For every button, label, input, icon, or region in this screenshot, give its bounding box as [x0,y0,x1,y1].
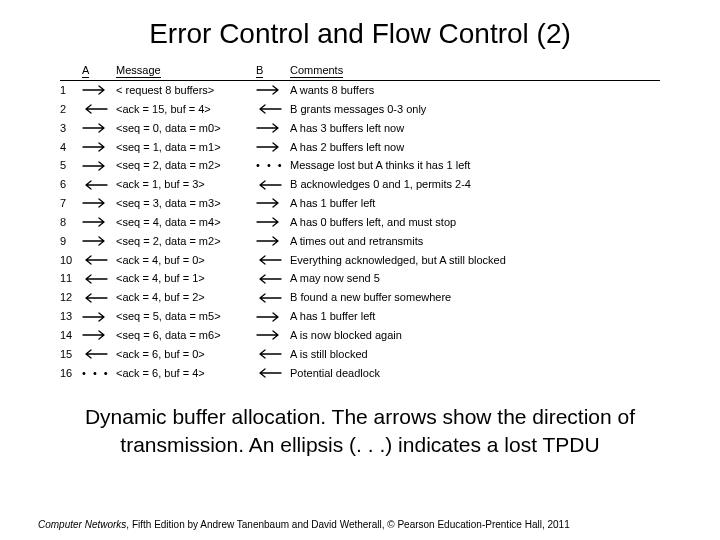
message-cell: <ack = 15, buf = 4> [116,100,256,119]
table-row: 16• • •<ack = 6, buf = 4>Potential deadl… [60,364,660,383]
message-cell: <seq = 5, data = m5> [116,307,256,326]
b-direction [256,213,290,232]
message-cell: <seq = 6, data = m6> [116,326,256,345]
arrow-right-icon [82,312,108,322]
comment-cell: Everything acknowledged, but A still blo… [290,251,660,270]
row-number: 9 [60,232,82,251]
a-direction [82,269,116,288]
arrow-left-icon [256,274,282,284]
table-row: 4<seq = 1, data = m1>A has 2 buffers lef… [60,138,660,157]
arrow-right-icon [82,330,108,340]
arrow-right-icon [256,236,282,246]
b-direction [256,269,290,288]
arrow-left-icon [82,180,108,190]
table-row: 7<seq = 3, data = m3>A has 1 buffer left [60,194,660,213]
col-comments: Comments [290,62,660,81]
arrow-right-icon [82,198,108,208]
message-cell: <ack = 1, buf = 3> [116,175,256,194]
footer-rest: , Fifth Edition by Andrew Tanenbaum and … [126,519,569,530]
b-direction [256,251,290,270]
message-cell: <seq = 0, data = m0> [116,119,256,138]
message-cell: <seq = 4, data = m4> [116,213,256,232]
a-direction [82,251,116,270]
arrow-right-icon [256,217,282,227]
a-direction [82,175,116,194]
figure-caption: Dynamic buffer allocation. The arrows sh… [0,383,720,460]
arrow-right-icon [256,123,282,133]
comment-cell: A has 2 buffers left now [290,138,660,157]
b-direction [256,326,290,345]
arrow-left-icon [256,104,282,114]
a-direction [82,194,116,213]
arrow-left-icon [256,349,282,359]
message-cell: <ack = 6, buf = 4> [116,364,256,383]
comment-cell: B found a new buffer somewhere [290,288,660,307]
a-direction [82,119,116,138]
a-direction [82,345,116,364]
table-row: 8<seq = 4, data = m4>A has 0 buffers lef… [60,213,660,232]
table-row: 5<seq = 2, data = m2>• • •Message lost b… [60,156,660,175]
arrow-right-icon [82,123,108,133]
b-direction [256,175,290,194]
sequence-table: A Message B Comments 1< request 8 buffer… [60,62,660,383]
message-cell: <ack = 6, buf = 0> [116,345,256,364]
row-number: 4 [60,138,82,157]
comment-cell: B grants messages 0-3 only [290,100,660,119]
table-row: 14<seq = 6, data = m6>A is now blocked a… [60,326,660,345]
table-row: 12<ack = 4, buf = 2>B found a new buffer… [60,288,660,307]
table-row: 2<ack = 15, buf = 4>B grants messages 0-… [60,100,660,119]
comment-cell: A has 1 buffer left [290,307,660,326]
a-direction [82,100,116,119]
arrow-right-icon [82,85,108,95]
comment-cell: A has 1 buffer left [290,194,660,213]
footer-book-title: Computer Networks [38,519,126,530]
row-number: 7 [60,194,82,213]
b-direction [256,232,290,251]
b-direction [256,364,290,383]
arrow-left-icon [82,274,108,284]
message-cell: <seq = 2, data = m2> [116,156,256,175]
row-number: 5 [60,156,82,175]
arrow-right-icon [82,236,108,246]
row-number: 3 [60,119,82,138]
table-row: 3<seq = 0, data = m0>A has 3 buffers lef… [60,119,660,138]
row-number: 10 [60,251,82,270]
row-number: 2 [60,100,82,119]
comment-cell: A wants 8 buffers [290,81,660,100]
col-a: A [82,62,116,81]
table-row: 11<ack = 4, buf = 1>A may now send 5 [60,269,660,288]
arrow-left-icon [256,293,282,303]
b-direction [256,288,290,307]
row-number: 14 [60,326,82,345]
row-number: 13 [60,307,82,326]
arrow-right-icon [256,142,282,152]
a-direction: • • • [82,364,116,383]
comment-cell: A may now send 5 [290,269,660,288]
table-row: 13<seq = 5, data = m5>A has 1 buffer lef… [60,307,660,326]
message-cell: <ack = 4, buf = 1> [116,269,256,288]
comment-cell: Potential deadlock [290,364,660,383]
a-direction [82,288,116,307]
table-row: 15<ack = 6, buf = 0>A is still blocked [60,345,660,364]
table-header-row: A Message B Comments [60,62,660,81]
table-row: 10<ack = 4, buf = 0>Everything acknowled… [60,251,660,270]
message-cell: <seq = 3, data = m3> [116,194,256,213]
comment-cell: A is now blocked again [290,326,660,345]
slide-title: Error Control and Flow Control (2) [0,0,720,62]
arrow-right-icon [256,198,282,208]
comment-cell: B acknowledges 0 and 1, permits 2-4 [290,175,660,194]
b-direction [256,194,290,213]
arrow-left-icon [82,104,108,114]
comment-cell: A times out and retransmits [290,232,660,251]
message-cell: <seq = 2, data = m2> [116,232,256,251]
message-cell: < request 8 buffers> [116,81,256,100]
ellipsis-icon: • • • [82,367,110,379]
arrow-right-icon [82,217,108,227]
a-direction [82,138,116,157]
row-number: 11 [60,269,82,288]
arrow-left-icon [256,368,282,378]
col-b: B [256,62,290,81]
arrow-left-icon [82,255,108,265]
b-direction [256,100,290,119]
a-direction [82,213,116,232]
